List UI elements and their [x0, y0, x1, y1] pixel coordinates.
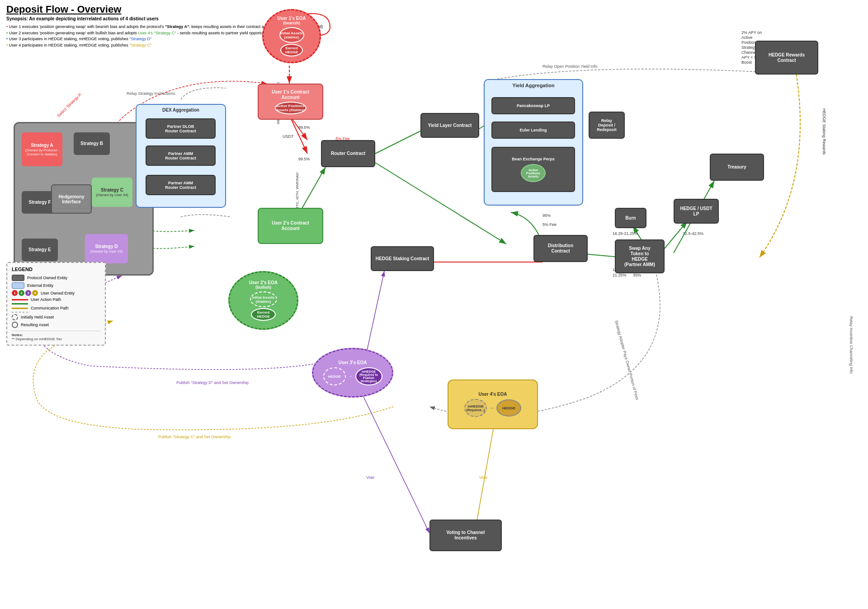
user1-contract-node: User 1's ContractAccount Active Position… [258, 84, 323, 120]
svg-text:Relay Incentive Channeling Inf: Relay Incentive Channeling Info [849, 316, 854, 374]
synopsis-text: Synopsis: An example depicting interrela… [0, 16, 868, 23]
legend-line-yellow [12, 308, 28, 309]
svg-text:16.25-21.25%: 16.25-21.25% [613, 231, 638, 236]
svg-text:WBTC, rETH, WMONAD: WBTC, rETH, WMONAD [295, 172, 299, 212]
legend-label-action-red: User Action Path [31, 297, 61, 302]
relay-deposit-node: RelayDeposit /Redeposit [589, 112, 625, 139]
partner-amm2-node: Partner AMMRouter Contract [146, 175, 216, 195]
partner-dlob-node: Partner DLOBRouter Contract [146, 118, 216, 139]
strategy-c-node: Strategy C (Owned by User #4) [92, 178, 132, 207]
voting-node: Voting to ChannelIncentives [429, 520, 502, 551]
bullet-user3: • User 3 participates in HEDGE staking, … [6, 36, 862, 42]
hedge-usdt-lp-node: HEDGE / USDTLP [674, 199, 719, 224]
legend-user-action: User Action Path [12, 297, 100, 302]
partner-amm1-node: Partner AMMRouter Contract [146, 145, 216, 166]
svg-line-27 [665, 221, 687, 248]
svg-text:95%: 95% [542, 213, 551, 218]
svg-line-9 [289, 115, 307, 154]
legend-resulting-asset: Resulting Asset [12, 322, 100, 328]
page-title: Deposit Flow - Overview [0, 0, 868, 16]
legend-label-initial: Initially Held Asset [21, 315, 54, 319]
svg-line-39 [362, 393, 429, 533]
legend-line-dashed [12, 312, 28, 313]
dex-aggregation-box: DEX Aggregation Partner DLOBRouter Contr… [136, 104, 226, 208]
num-3: 3 [25, 290, 31, 296]
bullet-user2: • User 2 executes 'position generating s… [6, 30, 862, 37]
bullet-user1: • User 1 executes 'position generating s… [6, 24, 862, 30]
svg-text:Vote: Vote [479, 475, 487, 480]
legend-notes: Notes:** Depending on mHEDGE Tier [12, 331, 100, 341]
legend-user-action-green [12, 303, 100, 304]
svg-text:99.5%: 99.5% [298, 157, 310, 161]
legend-label-user: User Owned Entity [41, 291, 75, 295]
legend-line-red [12, 299, 28, 300]
strategy-interface-box: Strategy A (Owned by Protocol - Convert … [14, 122, 154, 276]
legend-label-protocol: Protocol Owned Entity [27, 276, 67, 280]
diagram-arrows: 99.5% 99.5% .5% Fee Earned Yield 95% 5% … [0, 0, 868, 609]
hedge-rewards-node: HEDGE RewardsContract [755, 41, 818, 75]
legend-circle-solid [12, 322, 18, 328]
svg-text:HEDGE Staking Rewards: HEDGE Staking Rewards [822, 108, 826, 155]
svg-text:Boost: Boost [741, 60, 752, 65]
yield-layer-node: Yield Layer Contract [420, 113, 479, 138]
legend-circle-dashed [12, 314, 18, 320]
svg-text:Select 'Strategy A': Select 'Strategy A' [56, 92, 83, 118]
strategy-d-node: Strategy D (Owned by User #3) [85, 234, 128, 263]
user2-contract-node: User 2's ContractAccount [258, 208, 323, 244]
legend-user-numbered: 1 2 3 4 [12, 290, 38, 296]
legend-external: External Entity [12, 282, 100, 289]
svg-text:5% Fee: 5% Fee [542, 222, 557, 227]
svg-text:35%: 35% [633, 273, 641, 277]
svg-text:Strategy Adopter Pays Owner Po: Strategy Adopter Pays Owner Portion of F… [614, 320, 640, 401]
user3-eoa-node: User 3's EOA HEDGE → mHEDGE (Required to… [312, 348, 393, 398]
legend-label-resulting: Resulting Asset [21, 323, 49, 327]
svg-text:Publish "Strategy C" and Set O: Publish "Strategy C" and Set Ownership [158, 435, 231, 439]
svg-text:Vote: Vote [366, 475, 374, 480]
legend-label-comm: Communication Path [31, 306, 69, 310]
strategy-e-node: Strategy E [22, 239, 58, 261]
hedge-staking-node: HEDGE Staking Contract [371, 246, 434, 271]
legend-box: LEGEND Protocol Owned Entity External En… [6, 262, 106, 346]
router-contract-node: Router Contract [321, 140, 375, 167]
svg-text:99.5%: 99.5% [298, 125, 310, 130]
svg-text:Publish "Strategy D" and Set O: Publish "Strategy D" and Set Ownership [176, 380, 249, 385]
num-2: 2 [19, 290, 24, 296]
svg-text:Relay Open Position Yield Info: Relay Open Position Yield Info [542, 64, 598, 69]
strategy-a-node: Strategy A (Owned by Protocol - Convert … [22, 132, 62, 166]
yield-aggregation-box: Yield Aggregation Pancakeswap LP Euler L… [484, 79, 583, 206]
legend-line-green [12, 303, 28, 304]
swap-hedge-node: Swap AnyToken toHEDGE(Partner AMM) [615, 239, 665, 273]
user2-eoa-node: User 2's EOA (bullish) Initial Assets (S… [228, 271, 298, 330]
euler-lending-node: Euler Lending [491, 122, 575, 139]
num-1: 1 [12, 290, 18, 296]
user4-eoa-node: User 4's EOA mHEDGE (Required...) → HEDG… [448, 379, 538, 429]
svg-text:32.5-42.5%: 32.5-42.5% [683, 231, 703, 236]
hedgemony-interface-node: Hedgemony Interface [51, 184, 92, 214]
svg-text:Relay Strategy Instructions: Relay Strategy Instructions [127, 91, 175, 96]
pancakeswap-node: Pancakeswap LP [491, 97, 575, 114]
bullet-user4: • User 4 participates in HEDGE staking, … [6, 42, 862, 49]
legend-title: LEGEND [12, 267, 100, 272]
treasury-node: Treasury [710, 154, 764, 181]
user1-eoa-node: User 1's EOA (bearish) Initial Assets (s… [262, 9, 321, 63]
num-4: 4 [32, 290, 38, 296]
legend-swatch-external [12, 282, 24, 289]
distribution-node: DistributionContract [533, 235, 588, 262]
svg-text:USDT: USDT [283, 134, 294, 139]
burn-node: Burn [615, 208, 646, 228]
legend-label-external: External Entity [27, 283, 53, 288]
bean-exchange-node: Bean Exchange Perps Active Positions Ass… [491, 147, 575, 192]
svg-text:21.25%: 21.25% [613, 273, 627, 277]
legend-initial-asset: Initially Held Asset [12, 314, 100, 320]
strategy-b-node: Strategy B [74, 132, 110, 155]
legend-comm-path: Communication Path [12, 306, 100, 310]
legend-swatch-protocol [12, 275, 24, 281]
legend-protocol: Protocol Owned Entity [12, 275, 100, 281]
legend-comm-dashed [12, 312, 100, 313]
legend-user-owned: 1 2 3 4 User Owned Entity [12, 290, 100, 296]
